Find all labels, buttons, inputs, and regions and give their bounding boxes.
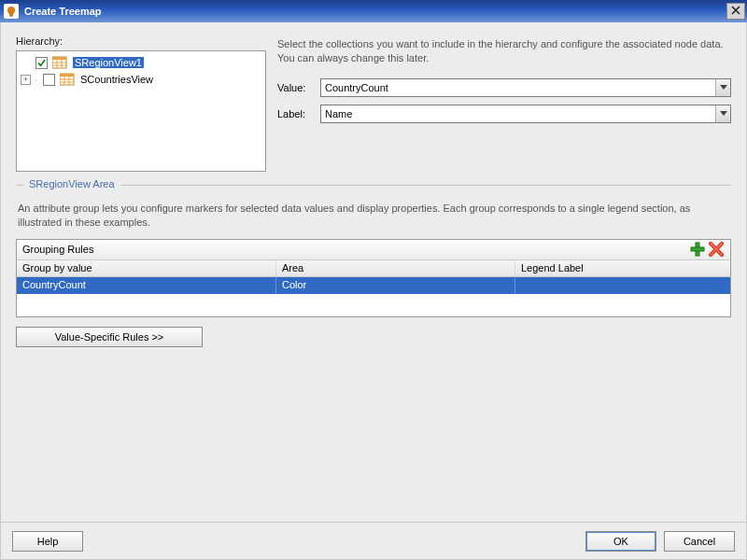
column-area[interactable]: Area: [276, 260, 515, 276]
help-button[interactable]: Help: [12, 531, 83, 552]
svg-rect-14: [691, 247, 704, 251]
dialog-body: Hierarchy:: [0, 22, 747, 560]
config-column: Select the collections you want to inclu…: [277, 35, 731, 172]
top-row: Hierarchy:: [1, 22, 746, 172]
label-combo-text: Name: [325, 108, 715, 119]
grouping-rules-box: Grouping Rules Group by value Area: [16, 239, 731, 317]
section-divider: SRegionView Area: [16, 185, 731, 194]
chevron-down-icon[interactable]: [715, 105, 730, 122]
hierarchy-label: Hierarchy:: [16, 35, 266, 47]
app-icon: [4, 4, 19, 19]
attribute-section: SRegionView Area An attribute group lets…: [1, 185, 746, 347]
value-field-row: Value: CountryCount: [277, 78, 731, 97]
table-row[interactable]: CountryCount Color: [17, 277, 730, 294]
tree-row[interactable]: + · SCountriesView: [19, 71, 263, 88]
ok-button-label: OK: [613, 536, 628, 547]
section-description: An attribute group lets you configure ma…: [18, 202, 729, 230]
tree-connector: ·: [35, 74, 40, 85]
cancel-button[interactable]: Cancel: [664, 531, 735, 552]
tree-node-label: SRegionView1: [73, 57, 144, 68]
tree-row[interactable]: SRegionView1: [19, 54, 263, 71]
grouping-rules-body: CountryCount Color: [17, 277, 730, 316]
bottom-bar: Help OK Cancel: [1, 522, 746, 559]
cancel-button-label: Cancel: [684, 536, 715, 547]
section-title: SRegionView Area: [23, 178, 120, 189]
column-legend[interactable]: Legend Label: [515, 260, 730, 276]
tree-expander[interactable]: +: [21, 75, 31, 85]
grouping-rules-header: Grouping Rules: [17, 240, 730, 260]
cell-legend: [515, 277, 730, 294]
value-specific-rules-button[interactable]: Value-Specific Rules >>: [16, 327, 203, 347]
x-icon: [709, 242, 724, 257]
svg-rect-2: [52, 57, 66, 60]
label-label: Label:: [277, 108, 320, 119]
cell-group-by: CountryCount: [17, 277, 276, 294]
label-combo[interactable]: Name: [320, 105, 731, 123]
svg-rect-0: [10, 16, 13, 17]
cell-area: Color: [276, 277, 515, 294]
plus-icon: [690, 242, 705, 257]
tree-expander: [21, 58, 31, 68]
grouping-rules-columns: Group by value Area Legend Label: [17, 260, 730, 277]
value-label: Value:: [277, 82, 320, 93]
titlebar: Create Treemap: [0, 0, 747, 22]
help-text: Select the collections you want to inclu…: [277, 37, 731, 65]
dataset-icon: [52, 56, 67, 69]
add-rule-button[interactable]: [689, 241, 706, 258]
tree-checkbox[interactable]: [35, 57, 48, 69]
close-button[interactable]: [726, 3, 745, 20]
value-specific-rules-label: Value-Specific Rules >>: [55, 331, 164, 343]
hierarchy-column: Hierarchy:: [16, 35, 266, 172]
value-combo-text: CountryCount: [325, 82, 715, 93]
svg-rect-8: [60, 74, 74, 77]
grouping-rules-title: Grouping Rules: [22, 244, 687, 255]
tree-checkbox[interactable]: [43, 74, 55, 86]
remove-rule-button[interactable]: [708, 241, 725, 258]
column-group-by[interactable]: Group by value: [17, 260, 276, 276]
chevron-down-icon[interactable]: [715, 79, 730, 96]
value-combo[interactable]: CountryCount: [320, 78, 731, 97]
window-title: Create Treemap: [24, 6, 102, 17]
tree-node-label: SCountriesView: [80, 74, 153, 85]
close-icon: [731, 5, 740, 18]
dataset-icon: [60, 73, 75, 86]
help-button-label: Help: [37, 536, 59, 547]
hierarchy-tree[interactable]: SRegionView1 + ·: [16, 50, 266, 172]
ok-button[interactable]: OK: [585, 531, 656, 552]
label-field-row: Label: Name: [277, 105, 731, 123]
